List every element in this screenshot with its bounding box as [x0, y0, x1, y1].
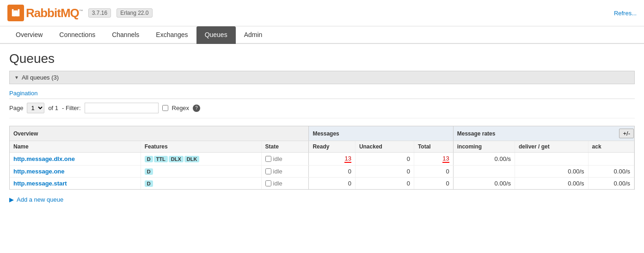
state-label: idle [273, 155, 282, 162]
feature-badge: DLX [169, 156, 184, 162]
queue-state-cell: idle [261, 153, 309, 166]
queue-incoming-cell: 0.00/s [453, 153, 515, 166]
logo-area: RabbitMQ™ 3.7.16 Erlang 22.0 [7, 5, 153, 21]
table-row: http.message.oneDidle0000.00/s0.00/s [10, 166, 634, 178]
add-queue-label[interactable]: Add a new queue [17, 196, 63, 203]
page-label: Page [9, 105, 23, 111]
page-title: Queues [9, 51, 635, 66]
queue-name-link[interactable]: http.message.one [13, 168, 65, 175]
queues-table: Overview Messages Message rates +/- Name… [10, 126, 634, 189]
nav-item-channels[interactable]: Channels [104, 26, 147, 44]
queue-ready-cell: 13 [309, 153, 355, 166]
total-value: 13 [442, 155, 449, 163]
nav-item-queues[interactable]: Queues [196, 26, 236, 44]
queue-name-link[interactable]: http.message.dlx.one [13, 155, 75, 162]
svg-rect-4 [13, 11, 18, 17]
queue-ack-cell: 0.00/s [588, 178, 634, 190]
pagination-label[interactable]: Pagination [9, 90, 635, 99]
queue-name-cell: http.message.one [10, 166, 141, 178]
queue-total-cell: 13 [414, 153, 453, 166]
main-nav: Overview Connections Channels Exchanges … [0, 26, 644, 44]
nav-item-connections[interactable]: Connections [51, 26, 104, 44]
feature-badge: TTL [154, 156, 168, 162]
queue-unacked-cell: 0 [355, 153, 414, 166]
feature-badge: DLK [184, 156, 200, 162]
queue-state-cell: idle [261, 178, 309, 190]
state-label: idle [273, 168, 282, 175]
pagination-row: Page 1 of 1 - Filter: Regex ? [9, 103, 635, 118]
th-ready: Ready [309, 141, 355, 153]
version-badge: 3.7.16 [88, 8, 111, 18]
nav-item-overview[interactable]: Overview [7, 26, 51, 44]
queue-features-cell: D [141, 178, 261, 190]
th-state: State [261, 141, 309, 153]
queue-unacked-cell: 0 [355, 178, 414, 190]
queue-features-cell: D [141, 166, 261, 178]
logo-text: RabbitMQ™ [26, 6, 83, 20]
state-checkbox[interactable] [265, 168, 271, 174]
queue-total-cell: 0 [414, 166, 453, 178]
logo-tm: ™ [79, 9, 83, 13]
section-label: All queues (3) [22, 74, 59, 81]
queue-ready-cell: 0 [309, 166, 355, 178]
svg-rect-3 [18, 9, 20, 12]
queue-ack-cell [588, 153, 634, 166]
top-bar: RabbitMQ™ 3.7.16 Erlang 22.0 Refres... [0, 0, 644, 26]
erlang-badge: Erlang 22.0 [117, 8, 152, 18]
page-select[interactable]: 1 [27, 103, 44, 113]
queue-deliver-get-cell: 0.00/s [515, 178, 589, 190]
queue-total-cell: 0 [414, 178, 453, 190]
state-checkbox[interactable] [265, 180, 271, 186]
feature-badge: D [145, 156, 153, 162]
queue-ready-cell: 0 [309, 178, 355, 190]
th-features: Features [141, 141, 261, 153]
col-group-messages: Messages [309, 126, 453, 141]
queue-deliver-get-cell [515, 153, 589, 166]
th-unacked: Unacked [355, 141, 414, 153]
queue-name-cell: http.message.dlx.one [10, 153, 141, 166]
queue-unacked-cell: 0 [355, 166, 414, 178]
state-label: idle [273, 180, 282, 187]
filter-input[interactable] [85, 103, 159, 113]
queue-name-cell: http.message.start [10, 178, 141, 190]
feature-badge: D [145, 180, 153, 187]
th-ack: ack [588, 141, 634, 153]
all-queues-section[interactable]: ▼ All queues (3) [9, 71, 635, 84]
table-row: http.message.dlx.oneDTTLDLXDLKidle130130… [10, 153, 634, 166]
queue-deliver-get-cell: 0.00/s [515, 166, 589, 178]
ready-value: 13 [344, 155, 351, 163]
table-row: http.message.startDidle0000.00/s0.00/s0.… [10, 178, 634, 190]
filter-label: - Filter: [62, 105, 80, 111]
th-deliver-get: deliver / get [515, 141, 589, 153]
col-group-rates: Message rates +/- [453, 126, 634, 141]
regex-help-icon[interactable]: ? [193, 105, 200, 112]
page-of: of 1 [48, 105, 58, 111]
nav-item-exchanges[interactable]: Exchanges [147, 26, 196, 44]
queue-state-cell: idle [261, 166, 309, 178]
regex-label: Regex [172, 105, 190, 111]
queue-incoming-cell: 0.00/s [453, 178, 515, 190]
col-group-overview: Overview [10, 126, 309, 141]
feature-badge: D [145, 168, 153, 175]
plus-minus-button[interactable]: +/- [619, 129, 634, 138]
queue-name-link[interactable]: http.message.start [13, 180, 67, 187]
queues-table-wrap: Overview Messages Message rates +/- Name… [9, 126, 635, 190]
chevron-down-icon: ▼ [14, 75, 19, 80]
queue-incoming-cell [453, 166, 515, 178]
svg-rect-2 [12, 9, 14, 12]
chevron-right-icon: ▶ [9, 196, 14, 203]
queue-features-cell: DTTLDLXDLK [141, 153, 261, 166]
refresh-link[interactable]: Refres... [614, 10, 637, 17]
logo-icon [7, 5, 24, 21]
queue-ack-cell: 0.00/s [588, 166, 634, 178]
th-total: Total [414, 141, 453, 153]
logo: RabbitMQ™ [7, 5, 83, 21]
state-checkbox[interactable] [265, 156, 271, 162]
main-content: Queues ▼ All queues (3) Pagination Page … [0, 44, 644, 210]
nav-item-admin[interactable]: Admin [236, 26, 271, 44]
th-incoming: incoming [453, 141, 515, 153]
add-queue-row[interactable]: ▶ Add a new queue [9, 196, 635, 203]
regex-checkbox[interactable] [162, 105, 168, 111]
th-name: Name [10, 141, 141, 153]
